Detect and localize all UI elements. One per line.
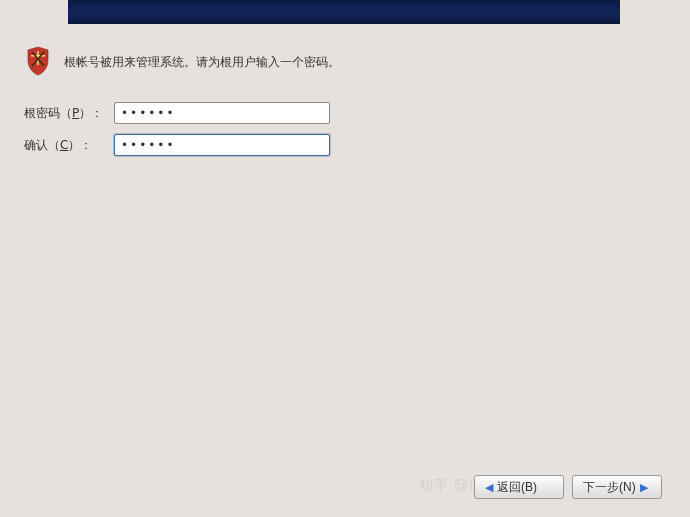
root-password-form: 根密码（P）： 确认（C）： xyxy=(24,102,666,156)
arrow-left-icon: ◀ xyxy=(485,482,493,493)
arrow-right-icon: ▶ xyxy=(640,482,648,493)
svg-rect-1 xyxy=(31,55,45,57)
back-button-label: 返回(B) xyxy=(497,479,537,496)
prompt-text: 根帐号被用来管理系统。请为根用户输入一个密码。 xyxy=(64,46,340,71)
shield-icon xyxy=(27,46,49,76)
back-button[interactable]: ◀ 返回(B) xyxy=(474,475,564,499)
confirm-password-label: 确认（C）： xyxy=(24,137,108,154)
navigation-buttons: ◀ 返回(B) 下一步(N) ▶ xyxy=(474,475,662,499)
root-password-label: 根密码（P）： xyxy=(24,105,108,122)
next-button-label: 下一步(N) xyxy=(583,479,636,496)
header-banner xyxy=(68,0,620,24)
next-button[interactable]: 下一步(N) ▶ xyxy=(572,475,662,499)
root-password-prompt: 根帐号被用来管理系统。请为根用户输入一个密码。 xyxy=(24,46,666,76)
root-password-input[interactable] xyxy=(114,102,330,124)
confirm-password-input[interactable] xyxy=(114,134,330,156)
